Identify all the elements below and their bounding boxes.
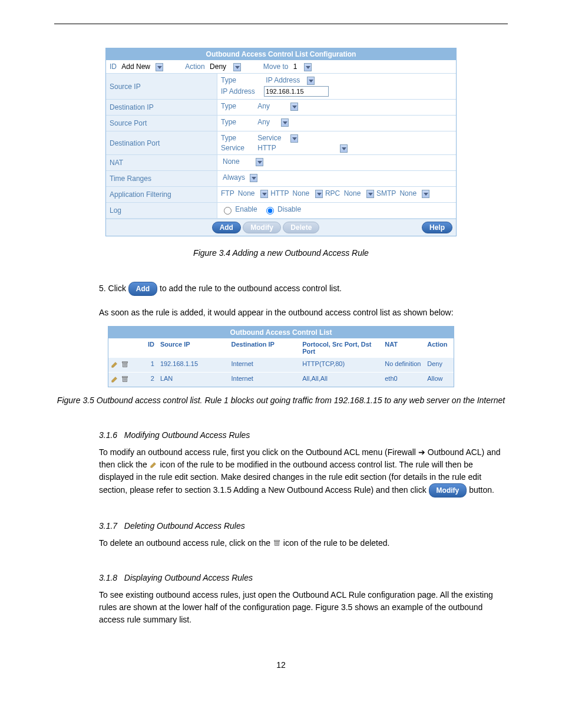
destination-port-type-select[interactable]: Service bbox=[256, 134, 299, 142]
chevron-down-icon bbox=[256, 158, 263, 166]
edit-icon[interactable] bbox=[111, 375, 119, 384]
destination-port-label: Destination Port bbox=[106, 131, 217, 154]
app-filtering-label: Application Filtering bbox=[106, 187, 217, 202]
display-paragraph: To see existing outbound access rules, j… bbox=[99, 589, 508, 626]
source-port-type-select[interactable]: Any bbox=[256, 118, 289, 126]
modify-button: Modify bbox=[243, 222, 281, 233]
help-button[interactable]: Help bbox=[422, 222, 452, 233]
config-panel: Outbound Access Control List Configurati… bbox=[105, 48, 457, 236]
top-row: ID Add New Action Deny Move to 1 bbox=[106, 60, 456, 74]
delete-paragraph: To delete an outbound access rule, click… bbox=[99, 537, 508, 549]
arrow-right-icon: ➔ bbox=[418, 447, 425, 457]
chevron-down-icon bbox=[304, 63, 312, 71]
svg-rect-11 bbox=[275, 541, 280, 542]
figure-caption-2: Figure 3.5 Outbound access control list.… bbox=[54, 394, 508, 407]
chevron-down-icon bbox=[260, 190, 268, 198]
panel-title: Outbound Access Control List Configurati… bbox=[106, 48, 456, 60]
log-disable-radio[interactable]: Disable bbox=[263, 205, 301, 213]
chevron-down-icon bbox=[290, 103, 298, 111]
action-label: Action bbox=[185, 62, 204, 71]
http-select[interactable]: None bbox=[291, 189, 323, 197]
chevron-down-icon bbox=[233, 63, 241, 71]
destination-ip-type-select[interactable]: Any bbox=[256, 102, 299, 110]
trash-icon[interactable] bbox=[121, 360, 129, 370]
step-5: 5. Click Add to add the rule to the outb… bbox=[99, 282, 508, 296]
after-add-text: As soon as the rule is added, it would a… bbox=[99, 307, 508, 319]
section-heading-2: 3.1.7 Deleting Outbound Access Rules bbox=[99, 520, 508, 532]
chevron-down-icon bbox=[422, 190, 429, 198]
chevron-down-icon bbox=[307, 77, 315, 85]
modify-paragraph: To modify an outbound access rule, first… bbox=[99, 446, 508, 498]
log-label: Log bbox=[106, 203, 217, 218]
chevron-down-icon bbox=[250, 174, 257, 182]
log-enable-radio[interactable]: Enable bbox=[221, 205, 257, 213]
edit-icon[interactable] bbox=[111, 360, 119, 370]
list-panel-title: Outbound Access Control List bbox=[108, 327, 454, 338]
destination-port-service-select[interactable]: HTTP bbox=[256, 144, 348, 152]
source-ip-type-select[interactable]: IP Address bbox=[264, 76, 315, 84]
button-bar: Add Modify Delete Help bbox=[106, 219, 456, 236]
section-heading-3: 3.1.8 Displaying Outbound Access Rules bbox=[99, 572, 508, 584]
delete-button: Delete bbox=[283, 222, 319, 233]
ftp-select[interactable]: None bbox=[236, 189, 269, 197]
chevron-down-icon bbox=[281, 118, 289, 127]
section-heading-1: 3.1.6 Modifying Outbound Access Rules bbox=[99, 429, 508, 442]
svg-rect-6 bbox=[123, 377, 128, 378]
time-ranges-select[interactable]: Always bbox=[221, 173, 258, 182]
nat-label: NAT bbox=[106, 155, 217, 170]
chevron-down-icon bbox=[315, 190, 323, 198]
chevron-down-icon bbox=[340, 144, 348, 153]
moveto-label: Move to bbox=[263, 62, 289, 71]
list-row: 1 192.168.1.15 Internet HTTP(TCP,80) No … bbox=[108, 357, 454, 372]
figure-caption-1: Figure 3.4 Adding a new Outbound Access … bbox=[54, 247, 508, 259]
nat-select[interactable]: None bbox=[221, 157, 264, 166]
chevron-down-icon bbox=[290, 134, 298, 143]
chevron-down-icon bbox=[156, 63, 163, 71]
trash-icon[interactable] bbox=[121, 375, 129, 384]
time-ranges-label: Time Ranges bbox=[106, 171, 217, 186]
source-ip-label: Source IP bbox=[106, 74, 217, 99]
list-row: 2 LAN Internet All,All,All eth0 Allow bbox=[108, 372, 454, 387]
list-header: ID Source IP Destination IP Portocol, Sr… bbox=[108, 338, 454, 357]
source-port-label: Source Port bbox=[106, 116, 217, 131]
destination-ip-label: Destination IP bbox=[106, 100, 217, 115]
smtp-select[interactable]: None bbox=[398, 189, 430, 197]
svg-rect-1 bbox=[123, 362, 128, 363]
list-panel: Outbound Access Control List ID Source I… bbox=[108, 326, 454, 387]
trash-icon bbox=[273, 538, 281, 548]
id-select[interactable]: Add New bbox=[120, 62, 164, 71]
add-button[interactable]: Add bbox=[212, 222, 241, 233]
page-number: 12 bbox=[54, 659, 508, 671]
edit-icon bbox=[150, 460, 158, 469]
rpc-select[interactable]: None bbox=[342, 189, 375, 197]
chevron-down-icon bbox=[366, 190, 374, 198]
add-button-inline: Add bbox=[128, 282, 157, 296]
modify-button-inline: Modify bbox=[429, 483, 467, 498]
action-select[interactable]: Deny bbox=[208, 62, 242, 71]
source-ip-input[interactable] bbox=[264, 86, 329, 97]
id-label: ID bbox=[110, 62, 117, 71]
moveto-select[interactable]: 1 bbox=[292, 62, 312, 71]
